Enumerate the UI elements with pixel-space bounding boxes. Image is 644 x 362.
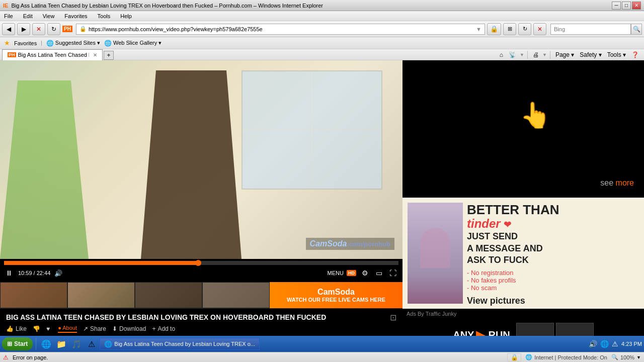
menu-view[interactable]: View	[41, 12, 57, 20]
forward-button[interactable]: ▶	[17, 23, 30, 35]
tray-warning-icon[interactable]: ⚠	[612, 340, 618, 348]
refresh-button[interactable]: ↻	[47, 23, 60, 35]
page-button[interactable]: Page ▾	[553, 51, 576, 59]
ad-body: JUST SEND A MESSAGE AND ASK TO FUCK	[467, 231, 639, 266]
ad-banner[interactable]: BETTER THAN tinder ❤ JUST SEND A MESSAGE…	[403, 198, 644, 309]
tray-sound-icon[interactable]: 🔊	[589, 340, 597, 348]
tab-close-button[interactable]: ✕	[93, 52, 97, 58]
search-input[interactable]	[550, 24, 631, 35]
tray-network-icon[interactable]: 🌐	[600, 340, 609, 348]
menu-tools[interactable]: Tools	[96, 12, 113, 20]
reload-button[interactable]: ↻	[518, 23, 531, 35]
search-go-button[interactable]: 🔍	[631, 24, 642, 35]
explorer-quicklaunch[interactable]: 📁	[54, 337, 68, 350]
ad-subtitle: tinder ❤	[467, 217, 639, 231]
close-button[interactable]: ✕	[632, 2, 641, 10]
zoom-minus[interactable]: 🔍	[611, 354, 618, 360]
thumb-4[interactable]	[202, 282, 270, 308]
home-tool-icon[interactable]: ⌂	[498, 51, 505, 59]
divider-2	[550, 51, 550, 59]
progress-thumb[interactable]	[195, 260, 201, 266]
folder-icon: 📁	[56, 339, 66, 349]
address-bar[interactable]: 🔒 https://www.pornhub.com/view_video.php…	[76, 24, 485, 35]
video-frame[interactable]: CamSoda.com/pornhub	[0, 60, 403, 259]
theater-button[interactable]: ▭	[373, 268, 384, 278]
settings-button[interactable]: ⚙	[359, 268, 370, 278]
start-button[interactable]: ⊞ Start	[2, 337, 33, 350]
rss-dropdown[interactable]: ▼	[520, 52, 524, 57]
toolbar-icons: ⌂ 📡 ▼ 🖨 ▼ Page ▾ Safety ▾ Tools ▾ ❓	[498, 51, 644, 59]
taskbar: ⊞ Start 🌐 📁 🎵 ⚠ 🌐 Big Ass Latina Teen Ch…	[0, 336, 644, 352]
taskbar-pornhub-item[interactable]: 🌐 Big Ass Latina Teen Chased by Lesbian …	[100, 338, 260, 350]
like-button[interactable]: 👍 Like	[6, 325, 27, 332]
video-scene	[0, 60, 403, 259]
main-content: CamSoda.com/pornhub ⏸ 10:59 / 22:44 🔊 ME…	[0, 60, 644, 351]
video-controls: ⏸ 10:59 / 22:44 🔊 MENU HD ⚙ ▭ ⛶	[0, 259, 403, 282]
warning-icon: ⚠	[88, 339, 95, 349]
video-title: BIG ASS LATINA TEEN CHASED BY LESBIAN LO…	[6, 313, 396, 322]
mediaplayer-quicklaunch[interactable]: 🎵	[69, 337, 84, 350]
restore-button[interactable]: □	[622, 2, 631, 10]
print-dropdown[interactable]: ▼	[542, 52, 547, 57]
minimize-button[interactable]: ─	[612, 2, 621, 10]
window-pane-1	[243, 71, 311, 130]
search-area: 🔍	[550, 24, 642, 35]
stop-x-button[interactable]: ✕	[533, 23, 546, 35]
zoom-dropdown[interactable]: ▼	[636, 355, 641, 360]
ssl-icon: 🔒	[79, 26, 87, 32]
right-sidebar: 👆 see more BETTER THAN tinder ❤ JUST S	[403, 60, 644, 351]
tab-ph-badge: PH	[8, 52, 16, 57]
ie-quicklaunch[interactable]: 🌐	[39, 337, 53, 350]
sidebar-dark-area: 👆 see more	[403, 60, 644, 198]
taskbar-divider	[36, 338, 36, 350]
menu-button[interactable]: MENU	[328, 270, 344, 276]
rss-icon[interactable]: 📡	[507, 51, 518, 59]
back-button[interactable]: ◀	[2, 23, 15, 35]
controls-right: MENU HD ⚙ ▭ ⛶	[328, 268, 398, 278]
ad-text: WATCH OUR FREE LIVE CAMS HERE	[287, 297, 385, 303]
favorites-link[interactable]: Favorites	[14, 40, 37, 46]
dislike-button[interactable]: 👎	[33, 325, 40, 332]
see-more-area[interactable]: see more	[600, 178, 634, 188]
compat-button[interactable]: ⊞	[503, 23, 516, 35]
thumb-2[interactable]	[67, 282, 135, 308]
menu-file[interactable]: File	[2, 12, 15, 20]
safety-button[interactable]: Safety ▾	[578, 51, 603, 59]
window-pane-3	[243, 130, 311, 189]
play-pause-button[interactable]: ⏸	[4, 268, 14, 278]
url-text: https://www.pornhub.com/view_video.php?v…	[89, 26, 474, 32]
hd-badge: HD	[347, 270, 356, 276]
download-button[interactable]: ⬇ Download	[112, 325, 146, 332]
fullscreen-button[interactable]: ⛶	[387, 268, 398, 278]
web-slice-link[interactable]: 🌐 Web Slice Gallery ▾	[104, 40, 162, 47]
help-icon[interactable]: ❓	[629, 51, 641, 59]
about-button[interactable]: ● About	[58, 325, 77, 333]
print-icon[interactable]: 🖨	[531, 51, 541, 59]
figure-center	[141, 70, 242, 259]
thumb-3[interactable]	[135, 282, 202, 308]
tab-pornhub[interactable]: PH Big Ass Latina Teen Chased by Lesbian…	[2, 49, 103, 60]
menu-favorites[interactable]: Favorites	[62, 12, 89, 20]
tools-button[interactable]: Tools ▾	[605, 51, 628, 59]
heart-icon: ♥	[46, 325, 50, 332]
addto-button[interactable]: + Add to	[152, 325, 175, 332]
thumb-ad[interactable]: CamSoda WATCH OUR FREE LIVE CAMS HERE	[270, 282, 403, 308]
save-icon[interactable]: ⊡	[390, 313, 396, 322]
warning-quicklaunch[interactable]: ⚠	[85, 337, 99, 350]
stop-button[interactable]: ✕	[32, 23, 45, 35]
dropdown-icon[interactable]: ▼	[476, 26, 481, 32]
thumb-1[interactable]	[0, 282, 67, 308]
cert-button[interactable]: 🔒	[487, 23, 501, 35]
browser-icon: IE	[3, 3, 8, 9]
menu-help[interactable]: Help	[118, 12, 134, 20]
media-icon: 🎵	[71, 339, 82, 349]
share-button[interactable]: ↗ Share	[83, 325, 106, 332]
nav-bar: ◀ ▶ ✕ ↻ PH 🔒 https://www.pornhub.com/vie…	[0, 21, 644, 37]
new-tab-button[interactable]: +	[104, 51, 114, 60]
progress-bar[interactable]	[4, 261, 398, 265]
volume-button[interactable]: 🔊	[54, 269, 62, 277]
menu-edit[interactable]: Edit	[21, 12, 35, 20]
favorite-button[interactable]: ♥	[46, 325, 50, 332]
suggested-sites-link[interactable]: 🌐 Suggested Sites ▾	[46, 40, 100, 47]
zoom-control[interactable]: 🔍 100% ▼	[611, 354, 641, 360]
